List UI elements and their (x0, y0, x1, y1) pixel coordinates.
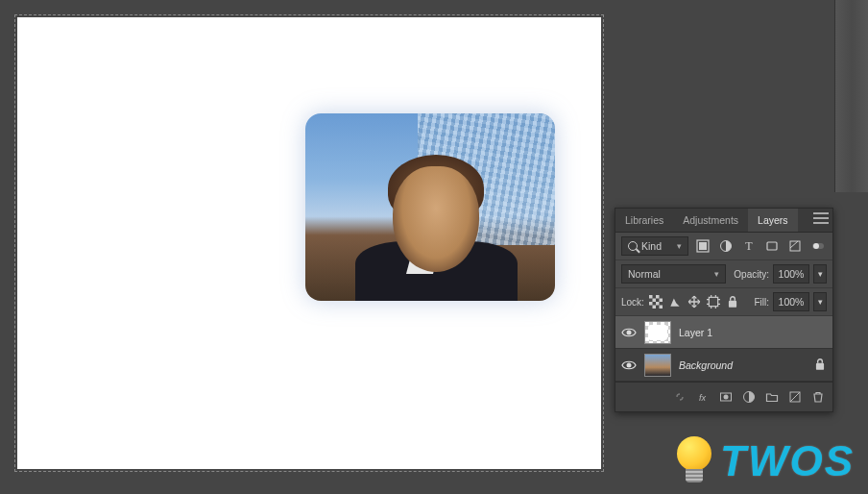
filter-pixel-icon[interactable] (694, 237, 711, 255)
svg-rect-4 (767, 242, 777, 250)
blend-mode-row: Normal ▾ Opacity: 100% ▾ (615, 260, 832, 288)
new-layer-icon[interactable] (786, 388, 804, 406)
search-icon (628, 241, 638, 251)
lock-artboard-icon[interactable] (706, 293, 721, 310)
opacity-label: Opacity: (734, 269, 769, 280)
layer-name-label[interactable]: Layer 1 (679, 327, 827, 338)
visibility-eye-icon[interactable] (621, 358, 637, 373)
lock-icon[interactable] (813, 358, 827, 373)
opacity-chevron[interactable]: ▾ (813, 264, 827, 284)
visibility-eye-icon[interactable] (621, 325, 637, 340)
svg-rect-11 (709, 297, 717, 306)
tab-libraries[interactable]: Libraries (615, 209, 673, 232)
panel-tabs: Libraries Adjustments Layers (615, 209, 832, 233)
lock-label: Lock: (621, 297, 644, 308)
tab-adjustments[interactable]: Adjustments (673, 209, 748, 232)
opacity-value[interactable]: 100% (773, 264, 809, 284)
blend-mode-select[interactable]: Normal ▾ (621, 264, 726, 284)
group-layers-icon[interactable] (763, 388, 781, 406)
fill-value[interactable]: 100% (773, 292, 809, 311)
svg-rect-1 (699, 242, 707, 250)
lightbulb-icon (674, 434, 714, 488)
layer-row[interactable]: Background (615, 349, 832, 382)
blend-mode-value: Normal (628, 268, 661, 280)
svg-rect-8 (649, 295, 663, 309)
photo-content (305, 113, 555, 301)
link-layers-icon[interactable] (671, 388, 688, 406)
filter-adjustment-icon[interactable] (717, 237, 735, 255)
svg-rect-12 (729, 301, 736, 308)
layer-name-label[interactable]: Background (679, 359, 806, 371)
panel-menu-icon[interactable] (813, 212, 829, 224)
svg-rect-15 (816, 362, 824, 369)
filter-label: Kind (641, 240, 662, 252)
layers-list: Layer 1 Background (615, 316, 832, 382)
layer-style-icon[interactable]: fx (694, 388, 711, 406)
filter-smartobject-icon[interactable] (786, 237, 804, 255)
delete-layer-icon[interactable] (809, 388, 827, 406)
watermark-logo: TWOS (674, 434, 855, 488)
watermark-text: TWOS (720, 437, 855, 485)
document-canvas[interactable] (17, 17, 601, 469)
layer-row[interactable]: Layer 1 (615, 316, 832, 349)
chevron-down-icon: ▾ (714, 269, 719, 279)
lock-all-icon[interactable] (725, 293, 740, 310)
svg-point-18 (724, 395, 729, 400)
lock-position-icon[interactable] (687, 293, 702, 310)
filter-shape-icon[interactable] (763, 237, 781, 255)
filter-kind-select[interactable]: Kind ▾ (621, 236, 688, 256)
lock-image-icon[interactable] (667, 293, 683, 310)
fill-label: Fill: (754, 297, 769, 308)
layer-mask-icon[interactable] (717, 388, 735, 406)
svg-text:fx: fx (699, 393, 707, 403)
layers-panel: Libraries Adjustments Layers Kind ▾ T No… (615, 208, 833, 412)
fill-chevron[interactable]: ▾ (813, 292, 827, 311)
panel-footer: fx (615, 382, 832, 411)
chevron-down-icon: ▾ (677, 241, 682, 251)
lock-transparency-icon[interactable] (648, 293, 663, 310)
lock-row: Lock: Fill: 100% ▾ (615, 288, 832, 316)
filter-toggle-switch[interactable] (809, 237, 827, 255)
filter-type-icon[interactable]: T (740, 237, 758, 255)
layer-thumbnail[interactable] (644, 354, 671, 377)
pasted-selection[interactable] (305, 113, 555, 301)
layer-filter-row: Kind ▾ T (615, 233, 832, 260)
svg-text:T: T (745, 239, 753, 253)
svg-point-14 (627, 362, 632, 367)
svg-point-13 (627, 330, 632, 334)
tab-layers[interactable]: Layers (748, 209, 798, 232)
layer-thumbnail[interactable] (644, 321, 671, 344)
adjustment-layer-icon[interactable] (740, 388, 758, 406)
app-right-sidebar (834, 0, 868, 192)
svg-rect-5 (790, 241, 800, 251)
workspace: Libraries Adjustments Layers Kind ▾ T No… (0, 0, 868, 494)
svg-point-7 (813, 243, 819, 249)
